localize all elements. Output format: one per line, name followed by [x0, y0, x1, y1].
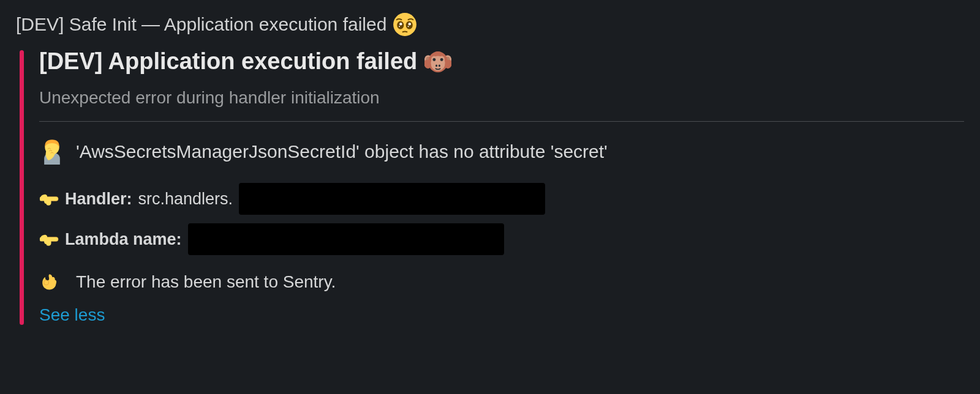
error-line: 'AwsSecretsManagerJsonSecretId' object h…: [39, 139, 964, 165]
lambda-field: Lambda name:: [39, 223, 964, 255]
handler-field: Handler: src.handlers.: [39, 183, 964, 215]
pleading-face-emoji: [393, 12, 417, 37]
attachment-title: [DEV] Application execution failed: [39, 48, 417, 75]
handler-label: Handler:: [65, 190, 132, 209]
attachment-title-line: [DEV] Application execution failed: [39, 48, 964, 75]
hear-no-evil-monkey-emoji: [424, 48, 451, 75]
attachment-color-bar: [20, 50, 24, 325]
pointing-right-emoji: [39, 229, 59, 249]
redacted-block: [188, 223, 504, 255]
see-less-toggle[interactable]: See less: [39, 305, 105, 325]
attachment-subtitle: Unexpected error during handler initiali…: [39, 88, 964, 108]
divider: [39, 121, 964, 122]
svg-point-18: [439, 64, 440, 67]
svg-point-4: [409, 23, 411, 25]
sentry-text: The error has been sent to Sentry.: [76, 272, 336, 292]
svg-point-17: [435, 64, 437, 67]
message-container: [DEV] Safe Init — Application execution …: [0, 0, 980, 325]
facepalm-emoji: [39, 139, 65, 165]
sentry-line: The error has been sent to Sentry.: [39, 272, 964, 292]
svg-point-0: [393, 13, 417, 36]
pointing-right-emoji: [39, 189, 59, 209]
preview-text: [DEV] Safe Init — Application execution …: [16, 14, 386, 35]
error-message: 'AwsSecretsManagerJsonSecretId' object h…: [76, 141, 608, 162]
redacted-block: [239, 183, 545, 215]
svg-point-16: [440, 58, 443, 61]
svg-point-6: [408, 26, 409, 27]
svg-point-15: [433, 58, 436, 61]
message-preview: [DEV] Safe Init — Application execution …: [16, 12, 964, 37]
lambda-label: Lambda name:: [65, 230, 182, 249]
ok-hand-emoji: [39, 272, 59, 292]
attachment-block: [DEV] Application execution failed: [16, 48, 964, 325]
svg-point-5: [399, 26, 400, 27]
svg-point-3: [399, 23, 402, 25]
handler-value: src.handlers.: [138, 190, 233, 209]
